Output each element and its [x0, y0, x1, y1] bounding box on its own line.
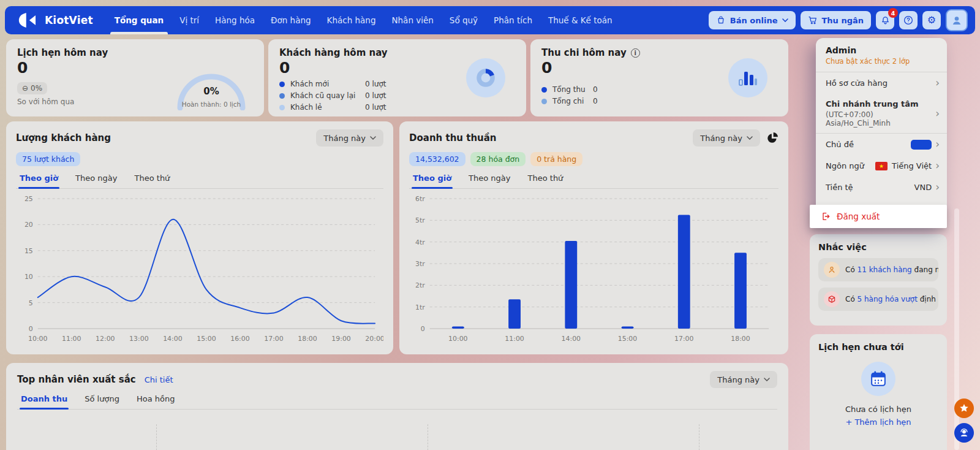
calendar-icon	[861, 362, 895, 396]
period-dropdown[interactable]: Tháng này	[693, 129, 760, 147]
top-staff-card: Top nhân viên xuất sắc Chi tiết Tháng nà…	[6, 363, 788, 450]
support-agent-icon	[959, 427, 970, 438]
customer-traffic-card: Lượng khách hàng Tháng này 75 lượt khách…	[6, 121, 393, 354]
currency-value: VND	[914, 183, 932, 192]
tab-hoa-hong[interactable]: Hoa hồng	[137, 394, 175, 409]
logout-button[interactable]: Đăng xuất	[810, 205, 947, 228]
upcoming-appointments-panel: Lịch hẹn chưa tới Chưa có lịch hẹn + Thê…	[810, 334, 947, 450]
notifications-button[interactable]: 4	[876, 11, 894, 29]
feedback-star-button[interactable]	[954, 399, 974, 418]
logout-label: Đăng xuất	[837, 212, 880, 221]
user-avatar-button[interactable]	[946, 9, 968, 31]
tab-theo-ngay[interactable]: Theo ngày	[75, 174, 117, 188]
svg-text:5tr: 5tr	[415, 216, 425, 224]
reminder-debt-customers[interactable]: Có 11 khách hàng đang nợ từ 1	[818, 258, 938, 281]
svg-text:0: 0	[421, 325, 425, 333]
card-title: Khách hàng hôm nay	[279, 47, 515, 58]
chevron-right-icon: ›	[935, 78, 940, 88]
pie-chart-icon	[766, 132, 778, 144]
section-title: Lượng khách hàng	[16, 132, 316, 143]
tab-so-luong[interactable]: Số lượng	[85, 394, 119, 409]
svg-text:18:00: 18:00	[298, 335, 317, 343]
tab-theo-gio[interactable]: Theo giờ	[413, 174, 451, 188]
visits-badge: 75 lượt khách	[16, 152, 80, 166]
chevron-down-icon	[764, 378, 770, 381]
svg-text:17:00: 17:00	[674, 335, 693, 343]
shopping-bag-icon	[716, 15, 726, 25]
user-menu-header: Admin Chưa bật xác thực 2 lớp	[816, 38, 947, 72]
reminder-text: Có 5 hàng hóa vượt định mức tồn	[845, 295, 938, 303]
svg-text:4tr: 4tr	[415, 238, 425, 246]
settings-button[interactable]: ⚙	[922, 11, 941, 29]
legend-dot	[541, 87, 547, 93]
nav-item-don-hang[interactable]: Đơn hàng	[263, 6, 319, 34]
svg-text:1tr: 1tr	[415, 303, 425, 311]
svg-text:15: 15	[24, 247, 33, 255]
menu-item-store-profile[interactable]: Hồ sơ cửa hàng ›	[816, 72, 947, 94]
minus-circle-icon: ⊖	[22, 84, 28, 93]
customer-line-chart: 051015202510:0011:0012:0013:0014:0015:00…	[16, 191, 383, 345]
card-appointments-today: Lịch hẹn hôm nay 0 ⊖ 0% So với hôm qua 0…	[6, 39, 264, 116]
svg-text:3tr: 3tr	[415, 260, 425, 268]
svg-text:10:00: 10:00	[28, 335, 47, 343]
reminder-stock-limit[interactable]: Có 5 hàng hóa vượt định mức tồn	[818, 288, 938, 311]
card-cashflow-today: Thu chi hôm nay i 0 Tổng thu 0 Tổng chi …	[530, 39, 788, 116]
tab-doanh-thu[interactable]: Doanh thu	[21, 394, 67, 409]
legend-row: Khách lẻ 0 lượt	[279, 103, 515, 112]
donut-chart-icon	[466, 58, 505, 97]
branch-timezone: (UTC+07:00) Asia/Ho_Chi_Minh	[826, 110, 932, 128]
pie-chart-toggle-button[interactable]	[766, 132, 778, 144]
gauge-label: Hoàn thành: 0 lịch	[175, 101, 248, 108]
svg-text:2tr: 2tr	[415, 281, 425, 289]
svg-text:14:00: 14:00	[562, 335, 581, 343]
svg-text:5: 5	[29, 299, 33, 307]
svg-text:15:00: 15:00	[197, 335, 216, 343]
dashboard-screen: KiotViet Tổng quan Vị trí Hàng hóa Đơn h…	[0, 0, 980, 450]
kiotviet-logo-icon	[18, 12, 39, 28]
nav-item-nhan-vien[interactable]: Nhân viên	[383, 6, 441, 34]
top-staff-chart-area	[17, 419, 777, 450]
nav-menu: Tổng quan Vị trí Hàng hóa Đơn hàng Khách…	[107, 6, 620, 34]
menu-item-currency[interactable]: Tiền tệ VND ›	[816, 177, 947, 198]
menu-item-branch[interactable]: Chi nhánh trung tâm (UTC+07:00) Asia/Ho_…	[816, 94, 947, 133]
panel-title: Nhắc việc	[818, 242, 938, 252]
thu-ngan-button[interactable]: Thu ngân	[801, 11, 872, 29]
nav-item-phan-tich[interactable]: Phân tích	[486, 6, 540, 34]
menu-item-language[interactable]: Ngôn ngữ ★ Tiếng Việt ›	[816, 155, 947, 177]
net-revenue-card: Doanh thu thuần Tháng này 14,532,602 28 …	[399, 121, 788, 354]
theme-color-swatch	[911, 140, 932, 150]
gear-icon: ⚙	[927, 15, 936, 25]
revenue-chart-tabs: Theo giờ Theo ngày Theo thứ	[409, 174, 778, 189]
legend-dot	[279, 93, 285, 99]
period-dropdown[interactable]: Tháng này	[710, 371, 777, 388]
empty-appointments-text: Chưa có lịch hẹn	[818, 405, 938, 414]
nav-item-hang-hoa[interactable]: Hàng hóa	[207, 6, 263, 34]
stat-cards-row: Lịch hẹn hôm nay 0 ⊖ 0% So với hôm qua 0…	[6, 39, 788, 116]
section-title: Doanh thu thuần	[409, 132, 693, 143]
period-dropdown[interactable]: Tháng này	[316, 129, 383, 147]
svg-text:17:00: 17:00	[264, 335, 283, 343]
info-icon[interactable]: i	[631, 48, 640, 58]
tab-theo-ngay[interactable]: Theo ngày	[469, 174, 510, 188]
nav-item-khach-hang[interactable]: Khách hàng	[319, 6, 384, 34]
svg-text:20:00: 20:00	[365, 335, 383, 343]
nav-item-thue-ke-toan[interactable]: Thuế & Kế toán	[540, 6, 620, 34]
cart-icon	[808, 15, 818, 25]
tab-theo-gio[interactable]: Theo giờ	[20, 174, 58, 188]
nav-item-tong-quan[interactable]: Tổng quan	[107, 6, 172, 34]
menu-item-theme[interactable]: Chủ đề ›	[816, 134, 947, 155]
ban-online-button[interactable]: Bán online	[709, 11, 796, 29]
add-appointment-link[interactable]: + Thêm lịch hẹn	[818, 418, 938, 427]
nav-item-vi-tri[interactable]: Vị trí	[172, 6, 207, 34]
nav-item-so-quy[interactable]: Sổ quỹ	[442, 6, 486, 34]
panel-title: Lịch hẹn chưa tới	[818, 342, 938, 352]
revenue-amount-badge: 14,532,602	[409, 152, 466, 166]
detail-link[interactable]: Chi tiết	[145, 375, 173, 384]
tab-theo-thu[interactable]: Theo thứ	[528, 174, 564, 188]
brand-name: KiotViet	[45, 14, 93, 26]
tab-theo-thu[interactable]: Theo thứ	[135, 174, 170, 188]
support-chat-button[interactable]	[954, 423, 974, 443]
svg-text:6tr: 6tr	[415, 195, 425, 203]
help-button[interactable]	[899, 11, 918, 29]
svg-text:15:00: 15:00	[618, 335, 637, 343]
